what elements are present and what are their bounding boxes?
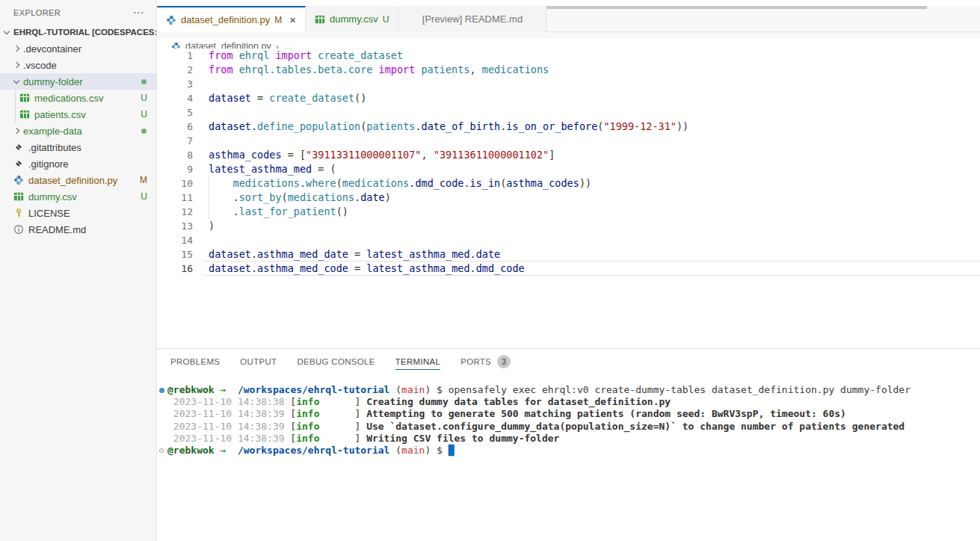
changes-dot-badge <box>141 79 147 84</box>
tree-item-label: example-data <box>23 126 82 137</box>
panel-tab-ports[interactable]: PORTS3 <box>460 349 511 374</box>
code-line-8[interactable]: 8asthma_codes = ["39113311000001107", "3… <box>157 148 980 162</box>
code-line-7[interactable]: 7 <box>157 134 980 148</box>
tree-item-.gitattributes[interactable]: .gitattributes <box>0 139 156 155</box>
editor-group: dataset_definition.pyM×dummy.csvU[Previe… <box>157 0 980 541</box>
git-status-badge: U <box>141 109 147 120</box>
panel-tab-label: PROBLEMS <box>170 357 220 366</box>
panel-tab-label: OUTPUT <box>240 357 277 366</box>
git-status-badge: M <box>274 15 282 25</box>
tab-dummy.csv[interactable]: dummy.csvU <box>306 6 398 32</box>
code-text: dataset.asthma_med_date = latest_asthma_… <box>209 247 500 262</box>
chevron-right-icon <box>13 128 19 134</box>
tree-item-label: dummy-folder <box>23 76 82 87</box>
terminal-line-5: 2023-11-10 14:38:39 [info ] Writing CSV … <box>157 433 980 445</box>
line-number: 4 <box>157 91 193 105</box>
line-number: 10 <box>157 176 193 191</box>
terminal-line-1: @rebkwok → /workspaces/ehrql-tutorial (m… <box>157 384 980 396</box>
terminal[interactable]: @rebkwok → /workspaces/ehrql-tutorial (m… <box>157 374 980 457</box>
line-number: 3 <box>157 77 193 91</box>
git-status-badge: M <box>140 175 147 185</box>
code-editor[interactable]: 1from ehrql import create_dataset2from e… <box>157 49 980 348</box>
code-text: medications.where(medications.dmd_code.i… <box>209 176 591 191</box>
chevron-down-icon <box>4 28 10 34</box>
code-line-15[interactable]: 15dataset.asthma_med_date = latest_asthm… <box>157 247 980 262</box>
tree-item-dummy-folder[interactable]: dummy-folder <box>0 73 156 90</box>
tree-item-.vscode[interactable]: .vscode <box>0 57 156 73</box>
explorer-sidebar: EXPLORER ⋯ EHRQL-TUTORIAL [CODESPACES:..… <box>0 0 157 541</box>
git-icon <box>13 142 24 152</box>
command-decoration-icon[interactable] <box>159 388 164 393</box>
tree-item-label: medications.csv <box>34 93 103 104</box>
code-line-3[interactable]: 3 <box>157 77 980 91</box>
tab-dataset-definition.py[interactable]: dataset_definition.pyM× <box>157 6 306 32</box>
tab-strip-scrollbar[interactable] <box>546 6 927 9</box>
panel-tab-debug-console[interactable]: DEBUG CONSOLE <box>297 349 375 374</box>
code-line-5[interactable]: 5 <box>157 105 980 120</box>
line-number: 8 <box>157 148 193 162</box>
code-line-9[interactable]: 9latest_asthma_med = ( <box>157 162 980 176</box>
tree-item-.gitignore[interactable]: .gitignore <box>0 155 156 172</box>
tree-item-.devcontainer[interactable]: .devcontainer <box>0 40 156 57</box>
prompt-decoration-icon[interactable] <box>159 448 164 453</box>
line-number: 16 <box>157 262 193 276</box>
tree-item-LICENSE[interactable]: LICENSE <box>0 205 156 221</box>
explorer-header: EXPLORER ⋯ <box>0 0 156 24</box>
tab-label: dataset_definition.py <box>181 14 270 25</box>
tree-item-label: .gitignore <box>28 158 68 170</box>
tree-item-label: dummy.csv <box>28 191 77 203</box>
tree-item-patients.csv[interactable]: patients.csvU <box>0 106 156 123</box>
code-line-10[interactable]: 10 medications.where(medications.dmd_cod… <box>157 176 980 191</box>
code-line-6[interactable]: 6dataset.define_population(patients.date… <box>157 120 980 134</box>
tree-item-dataset_definition.py[interactable]: dataset_definition.pyM <box>0 172 156 188</box>
code-line-11[interactable]: 11 .sort_by(medications.date) <box>157 191 980 205</box>
code-text: from ehrql.tables.beta.core import patie… <box>209 63 549 77</box>
code-line-16[interactable]: 16dataset.asthma_med_code = latest_asthm… <box>157 262 980 276</box>
code-text: from ehrql import create_dataset <box>209 49 403 63</box>
code-line-1[interactable]: 1from ehrql import create_dataset <box>157 49 980 63</box>
panel-tab-terminal[interactable]: TERMINAL <box>395 349 441 374</box>
terminal-line-4: 2023-11-10 14:38:39 [info ] Use `dataset… <box>157 421 980 433</box>
line-number: 5 <box>157 105 193 120</box>
table-icon <box>13 191 24 202</box>
git-icon <box>13 158 24 169</box>
workspace-label: EHRQL-TUTORIAL [CODESPACES:... <box>13 28 156 37</box>
tree-item-dummy.csv[interactable]: dummy.csvU <box>0 188 156 205</box>
more-actions-icon[interactable]: ⋯ <box>133 9 144 16</box>
panel-tab-output[interactable]: OUTPUT <box>240 349 277 374</box>
line-number: 1 <box>157 49 193 63</box>
indent-guide <box>209 191 209 205</box>
terminal-line-2: 2023-11-10 14:38:38 [info ] Creating dum… <box>157 396 980 408</box>
code-line-4[interactable]: 4dataset = create_dataset() <box>157 91 980 105</box>
line-number: 7 <box>157 134 193 148</box>
line-number: 15 <box>157 247 193 262</box>
code-text: latest_asthma_med = ( <box>209 162 336 176</box>
close-icon[interactable]: × <box>289 16 296 25</box>
tree-item-medications.csv[interactable]: medications.csvU <box>0 90 156 106</box>
terminal-cursor: █ <box>449 445 454 456</box>
tab--preview-readme.md[interactable]: [Preview] README.md <box>398 6 546 32</box>
changes-dot-badge <box>141 129 147 134</box>
explorer-title: EXPLORER <box>13 8 61 17</box>
code-text: dataset.define_population(patients.date_… <box>209 120 688 134</box>
tree-item-label: .vscode <box>23 60 57 71</box>
code-line-12[interactable]: 12 .last_for_patient() <box>157 205 980 219</box>
workspace-root-row[interactable]: EHRQL-TUTORIAL [CODESPACES:... <box>0 24 156 40</box>
line-number: 11 <box>157 191 193 205</box>
tree-item-README.md[interactable]: README.md <box>0 221 156 238</box>
editor-tabs: dataset_definition.pyM×dummy.csvU[Previe… <box>157 6 980 32</box>
code-text: .last_for_patient() <box>209 205 348 219</box>
tree-item-example-data[interactable]: example-data <box>0 123 156 139</box>
git-status-badge: U <box>383 14 389 25</box>
chevron-right-icon <box>13 46 19 52</box>
panel-tab-label: TERMINAL <box>395 357 441 366</box>
panel-tab-problems[interactable]: PROBLEMS <box>170 349 220 374</box>
code-line-2[interactable]: 2from ehrql.tables.beta.core import pati… <box>157 63 980 77</box>
table-icon <box>19 93 30 103</box>
tree-item-label: patients.csv <box>34 109 86 120</box>
terminal-line-6: @rebkwok → /workspaces/ehrql-tutorial (m… <box>157 445 980 457</box>
code-line-14[interactable]: 14 <box>157 233 980 247</box>
bottom-panel: PROBLEMSOUTPUTDEBUG CONSOLETERMINALPORTS… <box>157 348 980 541</box>
info-icon <box>13 224 24 235</box>
code-line-13[interactable]: 13) <box>157 219 980 233</box>
